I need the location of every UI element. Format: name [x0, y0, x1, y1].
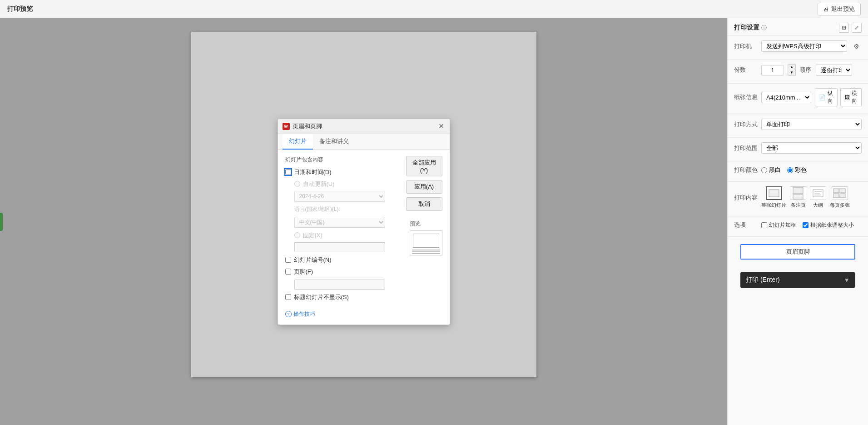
tab-slides[interactable]: 幻灯片 — [283, 134, 313, 150]
apply-button[interactable]: 应用(A) — [406, 180, 442, 194]
panel-title: 打印设置 — [734, 24, 759, 32]
slide-number-label[interactable]: 幻灯片编号(N) — [294, 256, 332, 264]
print-range-select[interactable]: 全部 — [761, 142, 862, 154]
order-select[interactable]: 逐份打印 — [816, 65, 852, 76]
print-color-row: 打印颜色 黑白 彩色 — [734, 166, 862, 174]
landscape-button[interactable]: 🖼 横向 — [840, 88, 862, 106]
order-label: 顺序 — [799, 66, 812, 74]
frame-checkbox[interactable] — [761, 222, 767, 228]
color-radio[interactable] — [787, 167, 793, 173]
preview-label: 预览 — [410, 220, 442, 228]
cancel-button[interactable]: 取消 — [406, 197, 442, 211]
preview-box — [410, 230, 442, 255]
frame-check-label[interactable]: 幻灯片加框 — [761, 221, 796, 229]
preview-section: 预览 — [410, 220, 442, 255]
auto-update-radio[interactable] — [294, 181, 300, 187]
fixed-input[interactable] — [294, 242, 385, 252]
hide-title-row: 标题幻灯片不显示(S) — [285, 293, 396, 301]
printer-gear-button[interactable]: ⚙ — [851, 41, 862, 52]
footer-label[interactable]: 页脚(F) — [294, 268, 313, 276]
apply-all-button[interactable]: 全部应用(Y) — [406, 156, 442, 176]
date-select[interactable]: 2024-4-26 — [294, 191, 385, 202]
print-range-label: 打印范围 — [734, 144, 758, 152]
print-btn-container: 打印 (Enter) ▼ — [728, 267, 868, 295]
mono-radio-label[interactable]: 黑白 — [761, 166, 781, 174]
content-multi[interactable]: 每页多张 — [830, 186, 850, 209]
slide-number-row: 幻灯片编号(N) — [285, 256, 396, 264]
mono-radio[interactable] — [761, 167, 767, 173]
header-footer-button[interactable]: 页眉页脚 — [740, 244, 855, 260]
panel-grid-icon[interactable]: ⊞ — [839, 23, 849, 33]
language-label: 语言(国家/地区)(L): — [294, 205, 340, 213]
svg-rect-2 — [793, 195, 803, 199]
header-footer-btn-container: 页眉页脚 — [728, 237, 868, 267]
svg-rect-8 — [840, 189, 845, 193]
footer-input[interactable] — [294, 280, 385, 290]
svg-rect-7 — [833, 189, 839, 193]
content-notes[interactable]: 备注页 — [790, 186, 806, 209]
hide-title-label[interactable]: 标题幻灯片不显示(S) — [294, 293, 349, 301]
panel-help-icon[interactable]: ⓘ — [761, 24, 767, 32]
exit-preview-button[interactable]: 🖨 退出预览 — [818, 3, 861, 15]
options-section: 选项 幻灯片加框 根据纸张调整大小 — [728, 216, 868, 237]
printer-row: 打印机 发送到WPS高级打印 ⚙ — [734, 40, 862, 52]
panel-header: 打印设置 ⓘ ⊞ ⤢ — [728, 18, 868, 36]
date-time-label[interactable]: 日期和时间(D) — [294, 168, 332, 176]
fixed-radio[interactable] — [294, 232, 300, 238]
tips-icon: ? — [285, 311, 292, 317]
print-button[interactable]: 打印 (Enter) ▼ — [740, 272, 855, 288]
copies-spinner: ▲ ▼ — [788, 64, 796, 76]
slide-number-checkbox[interactable] — [285, 257, 291, 263]
dialog-section-title: 幻灯片包含内容 — [285, 156, 396, 164]
language-row: 语言(国家/地区)(L): — [294, 205, 396, 213]
auto-update-row: 自动更新(U) — [294, 180, 396, 188]
top-bar: 打印预览 🖨 退出预览 — [0, 0, 868, 18]
printer-label: 打印机 — [734, 42, 758, 50]
paper-section: 纸张信息 A4(210mm ... 📄 纵向 🖼 横向 — [728, 84, 868, 114]
copies-section: 份数 ▲ ▼ 顺序 逐份打印 — [728, 60, 868, 84]
tab-notes[interactable]: 备注和讲义 — [313, 134, 355, 150]
color-radio-label[interactable]: 彩色 — [787, 166, 807, 174]
dialog-tabs: 幻灯片 备注和讲义 — [278, 134, 450, 150]
print-mode-select[interactable]: 单面打印 — [761, 119, 862, 130]
date-time-row: 日期和时间(D) — [285, 168, 396, 176]
portrait-button[interactable]: 📄 纵向 — [815, 88, 838, 106]
dialog-overlay: W 页眉和页脚 ✕ 幻灯片 备注和讲义 幻灯片包含内 — [0, 18, 727, 425]
app-title: 打印预览 — [7, 5, 33, 13]
dialog-buttons: 全部应用(Y) 应用(A) 取消 — [406, 156, 442, 211]
copies-input[interactable] — [761, 65, 784, 75]
paper-size-select[interactable]: A4(210mm ... — [761, 92, 811, 103]
landscape-icon: 🖼 — [844, 94, 850, 100]
print-content-label: 打印内容 — [734, 194, 758, 202]
print-arrow-icon: ▼ — [843, 276, 850, 284]
auto-scale-checkbox[interactable] — [803, 222, 808, 228]
print-color-label: 打印颜色 — [734, 166, 758, 174]
panel-icon-group: ⊞ ⤢ — [839, 23, 862, 33]
svg-rect-0 — [769, 190, 779, 197]
fixed-value-row — [294, 242, 396, 252]
printer-select[interactable]: 发送到WPS高级打印 — [761, 40, 847, 52]
auto-scale-check-label[interactable]: 根据纸张调整大小 — [803, 221, 854, 229]
svg-rect-1 — [793, 187, 803, 194]
tips-row[interactable]: ? 操作技巧 — [285, 310, 396, 318]
dialog-titlebar: W 页眉和页脚 ✕ — [278, 119, 450, 134]
copies-down-button[interactable]: ▼ — [788, 70, 795, 75]
language-select[interactable]: 中文(中国) — [294, 217, 385, 228]
panel-expand-icon[interactable]: ⤢ — [852, 23, 862, 33]
hide-title-checkbox[interactable] — [285, 294, 291, 300]
wps-logo: W — [283, 123, 290, 130]
copies-up-button[interactable]: ▲ — [788, 65, 795, 70]
dialog-close-button[interactable]: ✕ — [437, 123, 445, 130]
fixed-radio-row: 固定(X) — [294, 231, 396, 240]
content-outline[interactable]: 大纲 — [810, 186, 826, 209]
print-mode-label: 打印方式 — [734, 120, 758, 129]
content-full-slide[interactable]: 整张幻灯片 — [761, 186, 786, 209]
print-content-row: 打印内容 整张幻灯片 备注页 — [734, 186, 862, 209]
date-select-row: 2024-4-26 — [294, 191, 396, 202]
print-range-row: 打印范围 全部 — [734, 142, 862, 154]
svg-rect-10 — [840, 194, 845, 198]
date-time-checkbox[interactable] — [285, 169, 291, 175]
footer-checkbox[interactable] — [285, 269, 291, 275]
options-row: 选项 幻灯片加框 根据纸张调整大小 — [734, 221, 862, 229]
options-label: 选项 — [734, 221, 758, 229]
